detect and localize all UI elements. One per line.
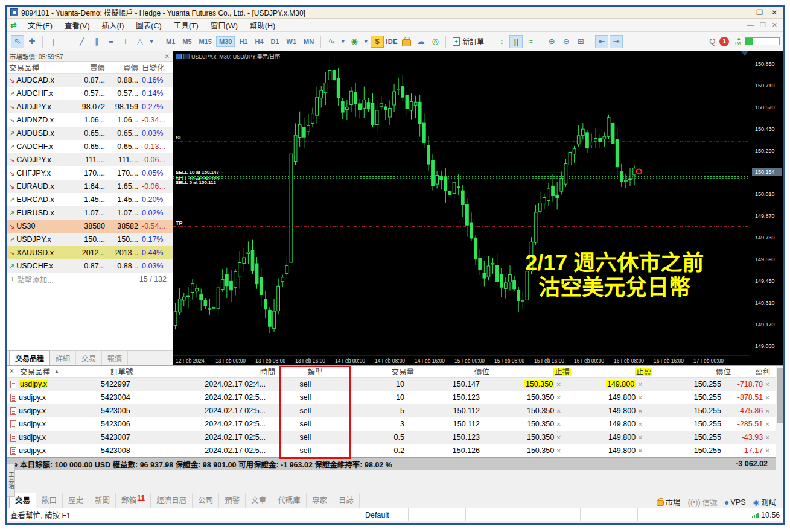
- menu-item-5[interactable]: 窗口(W): [205, 21, 244, 31]
- market-watch-row[interactable]: ↗EURUSD.x1.07...1.07...0.02%: [7, 206, 173, 220]
- zoom-out-icon[interactable]: ⊖: [559, 35, 573, 48]
- toolbox-tab-敞口[interactable]: 敞口: [36, 492, 63, 508]
- notification-badge[interactable]: 1: [719, 37, 729, 46]
- chart-type-icon[interactable]: ∿: [325, 35, 338, 48]
- orders-scrollbar[interactable]: [776, 366, 783, 470]
- candles-toggle-icon[interactable]: ||: [509, 35, 523, 48]
- minimize-button[interactable]: —: [741, 8, 748, 17]
- vps-link[interactable]: ♠VPS: [725, 498, 746, 507]
- shapes-dropdown-icon[interactable]: ▾: [148, 35, 155, 48]
- close-order-icon[interactable]: ✕: [765, 434, 770, 441]
- market-watch-row[interactable]: ↘AUDNZD.x1.06...1.06...-0.34...: [7, 113, 173, 127]
- fibonacci-icon[interactable]: ≡: [104, 35, 118, 48]
- shift-left-icon[interactable]: ⇤: [595, 35, 608, 48]
- remove-tp-icon[interactable]: ✕: [638, 394, 643, 401]
- toolbox-tab-公司[interactable]: 公司: [193, 492, 219, 508]
- timeframe-m30[interactable]: M30: [216, 36, 235, 47]
- market-watch-close-icon[interactable]: ✕: [165, 53, 170, 60]
- order-row[interactable]: usdjpy.x54230042024.02.17 02:5...sell101…: [7, 391, 783, 404]
- remove-sl-icon[interactable]: ✕: [556, 408, 561, 414]
- orders-close-icon[interactable]: ✕: [7, 367, 16, 375]
- market-watch-row[interactable]: ↗EURCAD.x1.45...1.45...0.20%: [7, 193, 173, 206]
- timeframe-h1[interactable]: H1: [236, 36, 250, 47]
- menu-item-3[interactable]: 圖表(C): [130, 21, 167, 31]
- close-order-icon[interactable]: ✕: [765, 448, 770, 454]
- line-toggle-icon[interactable]: ≈: [524, 35, 537, 48]
- market-watch-tab-詳細[interactable]: 詳細: [50, 351, 76, 365]
- order-row[interactable]: usdjpy.x54230072024.02.17 02:5...sell0.5…: [7, 431, 783, 444]
- market-link[interactable]: 市場: [657, 496, 681, 508]
- menu-item-1[interactable]: 查看(V): [59, 21, 96, 31]
- toolbox-tab-經濟日曆[interactable]: 經濟日曆: [151, 492, 193, 508]
- toolbox-tab-日誌[interactable]: 日誌: [333, 492, 360, 508]
- timeframe-h4[interactable]: H4: [252, 36, 266, 47]
- col-symbol[interactable]: 交易品種: [7, 62, 72, 73]
- child-restore-button[interactable]: ❐: [760, 21, 766, 29]
- toolbox-tab-文章[interactable]: 文章: [246, 492, 272, 508]
- new-order-button[interactable]: + 新訂單: [449, 35, 488, 48]
- text-tool-icon[interactable]: T: [119, 35, 132, 48]
- market-watch-row[interactable]: ↘US303858038582-0.54...: [7, 220, 173, 233]
- orders-col-volume[interactable]: 交易量: [351, 366, 418, 377]
- child-minimize-button[interactable]: —: [747, 21, 754, 29]
- toolbox-tab-歷史[interactable]: 歷史: [63, 492, 89, 508]
- cursor-icon[interactable]: ⇖: [11, 35, 24, 48]
- timeframe-m15[interactable]: M15: [196, 36, 215, 47]
- timeframe-mn[interactable]: MN: [301, 36, 317, 47]
- chart-type-dropdown-icon[interactable]: ▾: [339, 35, 346, 48]
- market-watch-row[interactable]: ↘AUDCAD.x0.87...0.88...0.16%: [7, 74, 173, 87]
- child-close-button[interactable]: ✕: [772, 21, 777, 29]
- chart-area[interactable]: USDJPY.x, M30: USD/JPY;美元/日幣 SLTPSELL 10…: [173, 51, 783, 365]
- remove-sl-icon[interactable]: ✕: [556, 434, 561, 441]
- bars-toggle-icon[interactable]: ↕: [495, 35, 508, 48]
- close-order-icon[interactable]: ✕: [765, 421, 770, 428]
- col-bid[interactable]: 賣價: [72, 62, 105, 73]
- maximize-button[interactable]: ❐: [756, 8, 763, 17]
- indicators-dropdown-icon[interactable]: ▾: [362, 35, 369, 48]
- remove-sl-icon[interactable]: ✕: [556, 381, 561, 388]
- trendline-icon[interactable]: ╱: [75, 35, 89, 48]
- col-ask[interactable]: 買價: [105, 62, 138, 73]
- remove-tp-icon[interactable]: ✕: [638, 448, 643, 454]
- status-profile[interactable]: Default: [360, 508, 408, 521]
- menu-item-6[interactable]: 幫助(H): [244, 21, 281, 31]
- market-watch-row[interactable]: ↗AUDCHF.x0.57...0.57...0.14%: [7, 87, 173, 100]
- order-row[interactable]: usdjpy.x54230082024.02.17 02:5...sell0.2…: [7, 444, 783, 457]
- market-watch-row[interactable]: ↗USDJPY.x150....150....0.17%: [7, 233, 173, 246]
- search-icon[interactable]: Q: [706, 35, 719, 48]
- remove-sl-icon[interactable]: ✕: [556, 421, 561, 428]
- add-symbol-row[interactable]: +點擊添加...15 / 132: [7, 273, 173, 286]
- market-watch-row[interactable]: ↘AUDJPY.x98.07298.1590.27%: [7, 100, 173, 113]
- orders-col-tp[interactable]: 止盈: [575, 366, 656, 377]
- dollar-icon[interactable]: $: [371, 36, 384, 48]
- signals-link[interactable]: ((•))信號: [688, 496, 718, 508]
- remove-tp-icon[interactable]: ✕: [638, 381, 643, 388]
- market-watch-row[interactable]: ↗USDCHF.x0.87...0.88...0.03%: [7, 259, 173, 273]
- timeframe-w1[interactable]: W1: [284, 36, 300, 47]
- price-axis[interactable]: 150.850150.710150.570150.430150.290150.0…: [751, 51, 783, 365]
- signal-icon[interactable]: ◎: [428, 35, 442, 48]
- ide-button[interactable]: IDE: [385, 35, 398, 48]
- toolbox-tab-代碼庫[interactable]: 代碼庫: [272, 492, 307, 508]
- toolbox-vertical-tab[interactable]: 工具箱: [7, 463, 15, 497]
- remove-tp-icon[interactable]: ✕: [638, 434, 643, 441]
- channel-icon[interactable]: ∥: [90, 35, 103, 48]
- timeframe-d1[interactable]: D1: [268, 36, 282, 47]
- orders-col-price-cur[interactable]: 價位: [656, 366, 734, 377]
- toolbox-tab-新聞[interactable]: 新聞: [89, 492, 116, 508]
- orders-col-symbol[interactable]: 交易品種▲: [16, 366, 107, 377]
- zoom-in-icon[interactable]: ⊕: [545, 35, 558, 48]
- orders-col-price-open[interactable]: 價位: [418, 366, 493, 377]
- crosshair-icon[interactable]: ✚: [25, 35, 39, 48]
- remove-tp-icon[interactable]: ✕: [638, 408, 643, 414]
- toolbox-tab-專家[interactable]: 專家: [307, 492, 333, 508]
- tile-windows-icon[interactable]: ⊞: [574, 35, 587, 48]
- menu-item-4[interactable]: 工具(T): [168, 21, 205, 31]
- market-watch-row[interactable]: ↗CADCHF.x0.65...0.65...-0.13...: [7, 140, 173, 153]
- menu-item-0[interactable]: 文件(F): [22, 21, 59, 31]
- timeframe-m5[interactable]: M5: [179, 36, 194, 47]
- remove-tp-icon[interactable]: ✕: [638, 421, 643, 428]
- market-watch-row[interactable]: ↘XAUUSD.x2012...2013...0.44%: [7, 246, 173, 259]
- shift-right-icon[interactable]: ⇥: [610, 35, 623, 48]
- market-watch-row[interactable]: ↘CHFJPY.x170....170....0.05%: [7, 166, 173, 180]
